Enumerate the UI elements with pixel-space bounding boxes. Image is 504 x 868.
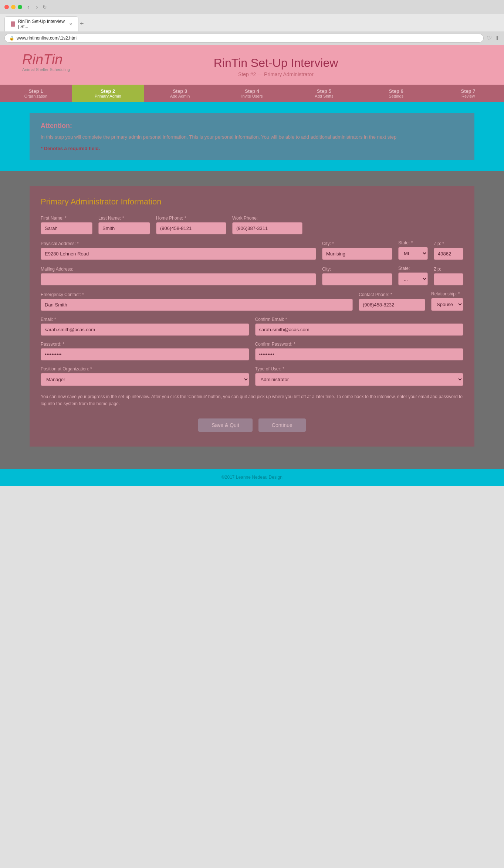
contact-phone-group: Contact Phone: * <box>359 292 425 311</box>
relationship-group: Relationship: * Spouse Parent Sibling Fr… <box>431 291 463 311</box>
mailing-city-input[interactable] <box>322 273 392 285</box>
physical-address-group: Physical Address: * <box>41 241 316 260</box>
mailing-address-label: Mailing Address: <box>41 267 316 272</box>
step-5[interactable]: Step 5 Add Shifts <box>288 85 360 102</box>
home-phone-input[interactable] <box>156 222 226 234</box>
confirm-password-label: Confirm Password: * <box>255 342 464 347</box>
mailing-address-group: Mailing Address: <box>41 267 316 285</box>
contact-phone-label: Contact Phone: * <box>359 292 425 297</box>
refresh-button[interactable]: ↻ <box>43 4 47 10</box>
contact-phone-input[interactable] <box>359 299 425 311</box>
new-tab-button[interactable]: + <box>80 20 84 28</box>
emergency-contact-input[interactable] <box>41 299 353 311</box>
first-name-group: First Name: * <box>41 216 92 234</box>
position-select[interactable]: Manager Director Coordinator <box>41 373 249 386</box>
work-phone-group: Work Phone: <box>232 216 302 234</box>
work-phone-input[interactable] <box>232 222 302 234</box>
email-group: Email: * <box>41 317 249 336</box>
relationship-label: Relationship: * <box>431 291 463 296</box>
email-input[interactable] <box>41 323 249 336</box>
position-row: Position at Organization: * Manager Dire… <box>41 366 463 386</box>
type-of-user-group: Type of User: * Administrator User <box>255 366 464 386</box>
password-input[interactable] <box>41 348 249 360</box>
step-2[interactable]: Step 2 Primary Admin <box>72 85 144 102</box>
tab-title: RinTin Set-Up Interview | St... <box>18 19 66 29</box>
mailing-zip-label: Zip: <box>434 267 463 272</box>
physical-address-input[interactable] <box>41 248 316 260</box>
mailing-city-group: City: <box>322 267 392 285</box>
mailing-zip-input[interactable] <box>434 273 463 285</box>
step-5-label: Add Shifts <box>290 94 358 98</box>
step-1-number: Step 1 <box>2 88 70 94</box>
zip-input[interactable] <box>434 248 463 260</box>
emergency-contact-row: Emergency Contact: * Contact Phone: * Re… <box>41 291 463 311</box>
state-select[interactable]: MI ALAKAZ <box>398 247 428 260</box>
attention-section: Attention: In this step you will complet… <box>0 102 504 171</box>
step-5-number: Step 5 <box>290 88 358 94</box>
share-button[interactable]: ⬆ <box>495 35 500 42</box>
back-button[interactable]: ‹ <box>25 3 31 11</box>
step-4[interactable]: Step 4 Invite Users <box>216 85 288 102</box>
last-name-input[interactable] <box>98 222 150 234</box>
button-row: Save & Quit Continue <box>41 418 463 432</box>
save-quit-button[interactable]: Save & Quit <box>198 418 253 432</box>
state-group: State: * MI ALAKAZ <box>398 240 428 260</box>
tab-favicon <box>11 21 15 27</box>
required-note: * Denotes a required field. <box>41 146 463 151</box>
browser-tab[interactable]: RinTin Set-Up Interview | St... ✕ <box>4 16 78 31</box>
last-name-group: Last Name: * <box>98 216 150 234</box>
city-input[interactable] <box>322 248 392 260</box>
step-3-number: Step 3 <box>146 88 214 94</box>
password-label: Password: * <box>41 342 249 347</box>
step-6[interactable]: Step 6 Settings <box>360 85 432 102</box>
browser-dots <box>4 5 22 9</box>
form-section: Primary Administrator Information First … <box>0 171 504 469</box>
type-of-user-label: Type of User: * <box>255 366 464 372</box>
browser-nav: ‹ › ↻ <box>25 3 47 11</box>
password-row: Password: * Confirm Password: * <box>41 342 463 360</box>
relationship-select[interactable]: Spouse Parent Sibling Friend <box>431 298 463 311</box>
address-bar[interactable]: 🔒 www.rintinonline.com/t1s2.html <box>4 34 484 43</box>
bookmark-button[interactable]: ♡ <box>487 35 492 42</box>
step-1-label: Organization <box>2 94 70 98</box>
last-name-label: Last Name: * <box>98 216 150 221</box>
name-phone-row: First Name: * Last Name: * Home Phone: *… <box>41 216 463 234</box>
page-subtitle: Step #2 — Primary Administrator <box>70 71 482 77</box>
mailing-zip-group: Zip: <box>434 267 463 285</box>
mailing-state-select[interactable]: ... MI <box>398 272 428 285</box>
step-7-number: Step 7 <box>434 88 502 94</box>
work-phone-label: Work Phone: <box>232 216 302 221</box>
confirm-email-input[interactable] <box>255 323 464 336</box>
step-7[interactable]: Step 7 Review <box>432 85 504 102</box>
steps-nav: Step 1 Organization Step 2 Primary Admin… <box>0 85 504 102</box>
first-name-input[interactable] <box>41 222 92 234</box>
mailing-city-label: City: <box>322 267 392 272</box>
header-title-section: RinTin Set-Up Interview Step #2 — Primar… <box>70 52 482 85</box>
mailing-state-label: State: <box>398 266 428 271</box>
tab-close-button[interactable]: ✕ <box>69 22 72 26</box>
position-group: Position at Organization: * Manager Dire… <box>41 366 249 386</box>
email-row: Email: * Confirm Email: * <box>41 317 463 336</box>
lock-icon: 🔒 <box>9 36 14 41</box>
attention-title: Attention: <box>41 122 463 130</box>
zip-group: Zip: * <box>434 241 463 260</box>
address-bar-row: 🔒 www.rintinonline.com/t1s2.html ♡ ⬆ <box>0 31 504 45</box>
continue-button[interactable]: Continue <box>258 418 306 432</box>
footer-copyright: ©2017 Leanne Nedeau Design <box>221 475 283 480</box>
step-1[interactable]: Step 1 Organization <box>0 85 72 102</box>
save-notice: You can now save your progress in the se… <box>41 393 463 407</box>
step-6-number: Step 6 <box>362 88 430 94</box>
forward-button[interactable]: › <box>34 3 40 11</box>
type-of-user-select[interactable]: Administrator User <box>255 373 464 386</box>
step-3[interactable]: Step 3 Add Admin <box>144 85 216 102</box>
mailing-address-input[interactable] <box>41 273 316 285</box>
city-label: City: * <box>322 241 392 246</box>
confirm-password-group: Confirm Password: * <box>255 342 464 360</box>
step-4-number: Step 4 <box>219 88 286 94</box>
confirm-password-input[interactable] <box>255 348 464 360</box>
minimize-dot[interactable] <box>11 5 16 9</box>
close-dot[interactable] <box>4 5 9 9</box>
browser-titlebar: ‹ › ↻ <box>0 0 504 14</box>
attention-body: In this step you will complete the prima… <box>41 133 463 141</box>
maximize-dot[interactable] <box>18 5 22 9</box>
